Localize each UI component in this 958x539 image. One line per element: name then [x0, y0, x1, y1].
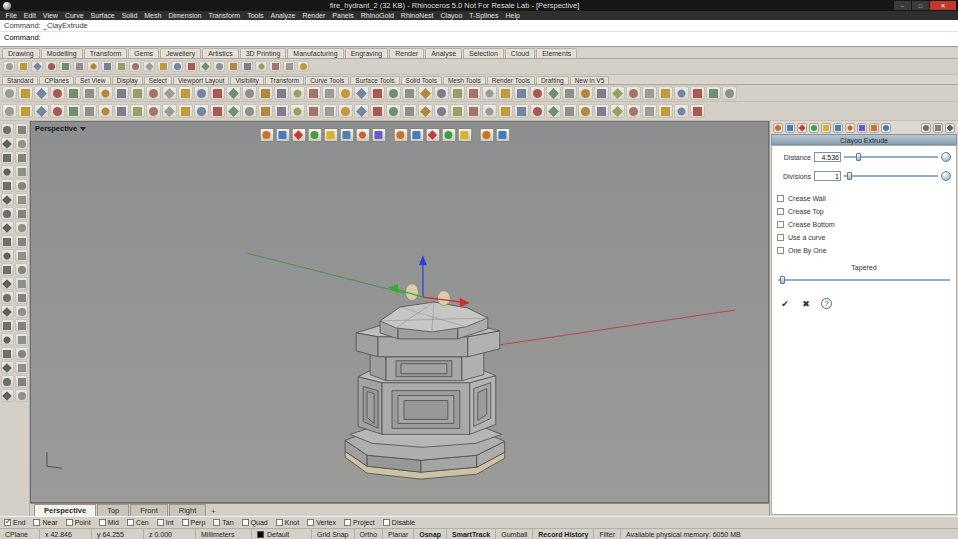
osnap-item[interactable]: Int — [157, 519, 174, 526]
viewport-toolbar-icon[interactable] — [259, 128, 274, 142]
checkbox-box[interactable] — [777, 234, 784, 241]
tool-icon[interactable] — [15, 165, 28, 178]
viewport-toolbar-icon[interactable] — [495, 128, 510, 142]
toolbar-icon[interactable] — [562, 104, 577, 118]
toolbar-tab[interactable]: Select — [144, 76, 172, 84]
ribbon-tab[interactable]: Analyse — [425, 48, 462, 58]
osnap-item[interactable]: Perp — [182, 519, 206, 526]
tool-icon[interactable] — [1, 165, 14, 178]
toolbar-icon[interactable] — [274, 86, 289, 100]
ribbon-tab[interactable]: Artistics — [202, 48, 239, 58]
osnap-item[interactable]: Near — [33, 519, 57, 526]
menu-item[interactable]: Tools — [244, 12, 267, 19]
osnap-item[interactable]: Tan — [213, 519, 233, 526]
toolbar-icon[interactable] — [213, 61, 225, 72]
osnap-item[interactable]: Knot — [276, 519, 299, 526]
ribbon-tab[interactable]: Manufacturing — [287, 48, 343, 58]
toolbar-icon[interactable] — [59, 61, 71, 72]
viewport-toolbar-icon[interactable] — [371, 128, 386, 142]
toolbar-icon[interactable] — [226, 104, 241, 118]
toolbar-icon[interactable] — [450, 86, 465, 100]
tool-icon[interactable] — [15, 319, 28, 332]
layer-indicator[interactable]: Default — [252, 529, 312, 539]
toolbar-icon[interactable] — [162, 86, 177, 100]
viewport-toolbar-icon[interactable] — [409, 128, 424, 142]
tool-icon[interactable] — [1, 333, 14, 346]
ribbon-tab[interactable]: Transform — [84, 48, 128, 58]
toolbar-tab[interactable]: Curve Tools — [305, 76, 349, 84]
toolbar-icon[interactable] — [274, 104, 289, 118]
panel-option-icon[interactable] — [933, 123, 943, 133]
checkbox-box[interactable] — [777, 195, 784, 202]
toolbar-icon[interactable] — [185, 61, 197, 72]
menu-item[interactable]: Transform — [205, 12, 244, 19]
toolbar-icon[interactable] — [658, 86, 673, 100]
tool-icon[interactable] — [15, 193, 28, 206]
help-button[interactable]: ? — [821, 298, 832, 309]
checkbox-box[interactable] — [777, 208, 784, 215]
toolbar-icon[interactable] — [466, 86, 481, 100]
toolbar-icon[interactable] — [226, 86, 241, 100]
tool-icon[interactable] — [15, 235, 28, 248]
toolbar-icon[interactable] — [3, 61, 15, 72]
toolbar-icon[interactable] — [258, 86, 273, 100]
status-toggle[interactable]: Gumball — [496, 529, 533, 539]
tool-icon[interactable] — [1, 291, 14, 304]
panel-tab-icon[interactable] — [797, 123, 807, 133]
toolbar-tab[interactable]: New in V5 — [570, 76, 610, 84]
tool-icon[interactable] — [1, 375, 14, 388]
tool-icon[interactable] — [15, 137, 28, 150]
new-viewport-button[interactable]: + — [206, 507, 220, 516]
tool-icon[interactable] — [1, 305, 14, 318]
osnap-checkbox[interactable] — [242, 519, 249, 526]
tool-icon[interactable] — [1, 207, 14, 220]
osnap-item[interactable]: Point — [66, 519, 91, 526]
panel-tab-icon[interactable] — [809, 123, 819, 133]
toolbar-icon[interactable] — [498, 104, 513, 118]
ribbon-tab[interactable]: Modelling — [41, 48, 83, 58]
distance-input[interactable]: 4.536 — [814, 152, 841, 162]
toolbar-icon[interactable] — [482, 86, 497, 100]
status-toggle[interactable]: Record History — [533, 529, 594, 539]
tool-icon[interactable] — [1, 263, 14, 276]
ribbon-tab[interactable]: Render — [389, 48, 424, 58]
toolbar-icon[interactable] — [297, 61, 309, 72]
tool-icon[interactable] — [15, 333, 28, 346]
viewport-toolbar-icon[interactable] — [457, 128, 472, 142]
toolbar-icon[interactable] — [18, 86, 33, 100]
status-toggle[interactable]: SmartTrack — [447, 529, 496, 539]
toolbar-icon[interactable] — [338, 104, 353, 118]
osnap-checkbox[interactable] — [307, 519, 314, 526]
osnap-item[interactable]: Cen — [127, 519, 149, 526]
viewport-tab[interactable]: Front — [130, 504, 168, 516]
toolbar-tab[interactable]: Viewport Layout — [173, 76, 230, 84]
toolbar-tab[interactable]: Surface Tools — [350, 76, 399, 84]
toolbar-icon[interactable] — [674, 104, 689, 118]
status-toggle[interactable]: Ortho — [355, 529, 384, 539]
toolbar-icon[interactable] — [143, 61, 155, 72]
menu-item[interactable]: Dimension — [165, 12, 205, 19]
menu-item[interactable]: RhinoNest — [397, 12, 437, 19]
toolbar-icon[interactable] — [194, 86, 209, 100]
viewport-toolbar-icon[interactable] — [307, 128, 322, 142]
osnap-checkbox[interactable] — [99, 519, 106, 526]
viewport-tab[interactable]: Right — [169, 504, 207, 516]
toolbar-icon[interactable] — [45, 61, 57, 72]
divisions-slider[interactable] — [844, 171, 938, 181]
toolbar-icon[interactable] — [50, 86, 65, 100]
tool-icon[interactable] — [1, 193, 14, 206]
cplane-button[interactable]: CPlane — [0, 529, 40, 539]
osnap-item[interactable]: Mid — [99, 519, 119, 526]
toolbar-icon[interactable] — [674, 86, 689, 100]
tool-icon[interactable] — [15, 249, 28, 262]
toolbar-icon[interactable] — [242, 86, 257, 100]
panel-option-icon[interactable] — [945, 123, 955, 133]
toolbar-icon[interactable] — [594, 104, 609, 118]
distance-slider[interactable] — [844, 152, 938, 162]
panel-tab-icon[interactable] — [881, 123, 891, 133]
toolbar-icon[interactable] — [322, 86, 337, 100]
panel-tab-icon[interactable] — [821, 123, 831, 133]
viewport-tab[interactable]: Top — [97, 504, 129, 516]
osnap-checkbox[interactable] — [344, 519, 351, 526]
toolbar-icon[interactable] — [642, 86, 657, 100]
